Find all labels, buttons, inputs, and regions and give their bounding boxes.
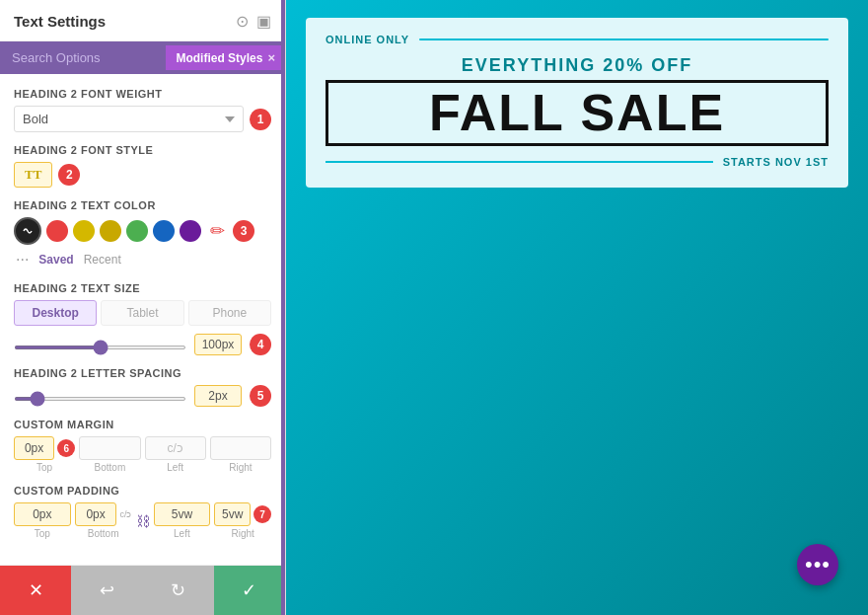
color-swatch-black[interactable] bbox=[14, 217, 41, 245]
saved-button[interactable]: Saved bbox=[38, 253, 73, 267]
redo-button[interactable]: ↻ bbox=[143, 566, 214, 615]
text-color-label: Heading 2 Text Color bbox=[14, 199, 271, 211]
margin-right-label: Right bbox=[229, 462, 252, 473]
margin-left-input[interactable] bbox=[145, 436, 206, 460]
panel-divider bbox=[281, 0, 285, 615]
header-icons: ⊙ ▣ bbox=[236, 12, 271, 31]
panel-header: Text Settings ⊙ ▣ bbox=[0, 0, 285, 41]
badge-3: 3 bbox=[233, 220, 254, 242]
tab-phone[interactable]: Phone bbox=[188, 300, 271, 326]
promo-banner: ONLINE ONLY EVERYTHING 20% OFF FALL SALE… bbox=[306, 18, 848, 188]
starts-text: STARTS NOV 1ST bbox=[723, 156, 829, 168]
tab-tablet[interactable]: Tablet bbox=[101, 300, 183, 326]
fab-button[interactable]: ••• bbox=[797, 544, 838, 585]
color-blue[interactable] bbox=[153, 220, 175, 242]
panel-body: Heading 2 Font Weight Bold Normal Light … bbox=[0, 74, 285, 565]
badge-2: 2 bbox=[58, 164, 80, 186]
padding-link-icon[interactable]: ⛓ bbox=[136, 513, 150, 529]
color-green[interactable] bbox=[126, 220, 148, 242]
saved-recent-row: ··· Saved Recent bbox=[14, 249, 271, 270]
padding-left-cell: Left bbox=[154, 502, 211, 539]
color-purple[interactable] bbox=[180, 220, 201, 242]
search-bar: Modified Styles × bbox=[0, 41, 285, 74]
padding-right-input[interactable] bbox=[214, 502, 251, 526]
custom-padding-label: Custom Padding bbox=[14, 485, 271, 497]
margin-left-label: Left bbox=[167, 462, 183, 473]
tab-desktop[interactable]: Desktop bbox=[14, 300, 97, 326]
undo-button[interactable]: ↩ bbox=[71, 566, 142, 615]
margin-bottom-input[interactable] bbox=[79, 436, 140, 460]
color-yellow1[interactable] bbox=[73, 220, 95, 242]
padding-bottom-input[interactable] bbox=[75, 502, 117, 526]
margin-top-label: Top bbox=[36, 462, 52, 473]
online-only-line bbox=[419, 38, 829, 40]
text-size-slider[interactable] bbox=[14, 346, 186, 349]
close-modified-button[interactable]: × bbox=[267, 50, 275, 65]
text-size-label: Heading 2 Text Size bbox=[14, 282, 271, 294]
margin-left-cell: Left bbox=[145, 436, 206, 473]
search-input[interactable] bbox=[12, 50, 154, 65]
text-size-slider-row: 4 bbox=[14, 334, 271, 355]
layout-icon[interactable]: ▣ bbox=[256, 12, 271, 31]
modified-badge[interactable]: Modified Styles × bbox=[166, 45, 285, 70]
padding-left-input[interactable] bbox=[154, 502, 211, 526]
color-yellow2[interactable] bbox=[100, 220, 121, 242]
padding-top-cell: Top bbox=[14, 502, 71, 539]
margin-right-cell: Right bbox=[210, 436, 271, 473]
letter-spacing-input[interactable] bbox=[194, 385, 242, 407]
font-weight-select[interactable]: Bold Normal Light bbox=[14, 106, 244, 132]
letter-spacing-slider-row: 5 bbox=[14, 385, 271, 407]
bottom-toolbar: ✕ ↩ ↻ ✓ bbox=[0, 565, 285, 615]
custom-margin-label: Custom Margin bbox=[14, 419, 271, 430]
preview-panel: ONLINE ONLY EVERYTHING 20% OFF FALL SALE… bbox=[286, 0, 868, 615]
settings-icon[interactable]: ⊙ bbox=[236, 12, 249, 31]
padding-right-label: Right bbox=[231, 528, 253, 539]
starts-bar: STARTS NOV 1ST bbox=[326, 156, 829, 168]
modified-badge-text: Modified Styles bbox=[176, 51, 262, 65]
online-only-text: ONLINE ONLY bbox=[326, 34, 409, 45]
fall-sale-text: FALL SALE bbox=[429, 84, 725, 141]
settings-panel: Text Settings ⊙ ▣ Modified Styles × Head… bbox=[0, 0, 286, 615]
eyedropper-icon[interactable]: ✏ bbox=[206, 220, 228, 242]
badge-1: 1 bbox=[250, 109, 271, 130]
badge-7: 7 bbox=[253, 505, 271, 523]
color-red[interactable] bbox=[46, 220, 68, 242]
text-size-input[interactable] bbox=[194, 334, 242, 355]
padding-left-label: Left bbox=[174, 528, 190, 539]
padding-right-cell: 7 Right bbox=[214, 502, 271, 539]
save-button[interactable]: ✓ bbox=[214, 566, 285, 615]
fall-sale-box: FALL SALE bbox=[326, 80, 829, 146]
panel-title: Text Settings bbox=[14, 13, 106, 30]
font-weight-label: Heading 2 Font Weight bbox=[14, 88, 271, 100]
badge-5: 5 bbox=[250, 385, 271, 407]
letter-spacing-slider[interactable] bbox=[14, 397, 186, 401]
letter-spacing-label: Heading 2 Letter Spacing bbox=[14, 367, 271, 379]
padding-top-label: Top bbox=[35, 528, 50, 539]
badge-4: 4 bbox=[250, 334, 271, 355]
margin-top-cell: 6 Top bbox=[14, 436, 75, 473]
padding-bottom-label: Bottom bbox=[88, 528, 119, 539]
custom-margin-grid: 6 Top Bottom Left Right bbox=[14, 436, 271, 473]
font-style-label: Heading 2 Font Style bbox=[14, 144, 271, 156]
margin-bottom-label: Bottom bbox=[95, 462, 126, 473]
recent-button[interactable]: Recent bbox=[84, 253, 121, 267]
starts-line bbox=[326, 161, 713, 163]
font-weight-row: Bold Normal Light 1 bbox=[14, 106, 271, 132]
more-dots[interactable]: ··· bbox=[16, 251, 29, 269]
custom-padding-grid: Top c/ɔ Bottom ⛓ Left 7 Right bbox=[14, 502, 271, 539]
cancel-button[interactable]: ✕ bbox=[0, 566, 71, 615]
color-section: ✏ 3 ··· Saved Recent bbox=[14, 217, 271, 270]
font-style-row: TT 2 bbox=[14, 162, 271, 188]
font-style-tt-button[interactable]: TT bbox=[14, 162, 52, 188]
color-row: ✏ 3 bbox=[14, 217, 271, 245]
badge-6: 6 bbox=[57, 439, 75, 457]
margin-top-input[interactable] bbox=[14, 436, 54, 460]
margin-bottom-cell: Bottom bbox=[79, 436, 140, 473]
margin-right-input[interactable] bbox=[210, 436, 271, 460]
everything-text: EVERYTHING 20% OFF bbox=[326, 55, 829, 76]
size-tabs: Desktop Tablet Phone bbox=[14, 300, 271, 326]
padding-top-input[interactable] bbox=[14, 502, 71, 526]
online-only-bar: ONLINE ONLY bbox=[326, 34, 829, 45]
padding-bottom-cell: c/ɔ Bottom bbox=[75, 502, 132, 539]
